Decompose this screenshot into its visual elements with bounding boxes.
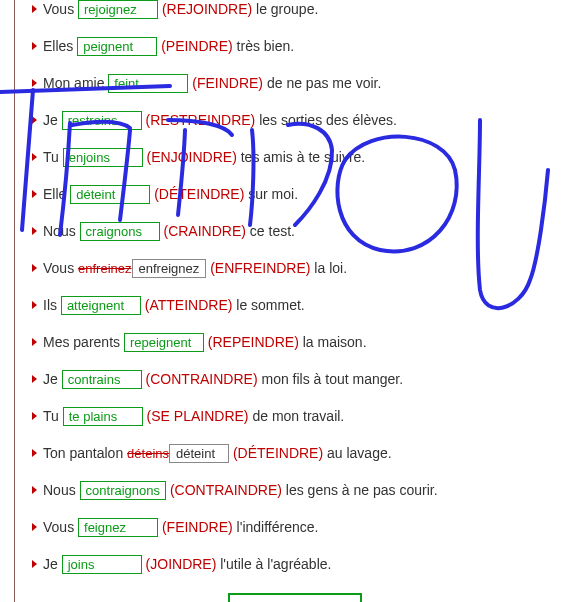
answer-box: feignez [78, 518, 158, 537]
caret-icon [32, 42, 37, 50]
sentence-pre: Tu [43, 408, 63, 424]
wrong-answer: enfreinez [78, 261, 131, 276]
exercise-row: Tu enjoins (ENJOINDRE) tes amis à te sui… [20, 139, 570, 176]
correction-box: déteint [169, 444, 229, 463]
infinitive-verb: (ATTEINDRE) [145, 297, 233, 313]
sentence-pre: Je [43, 112, 62, 128]
sentence-post: le sommet. [232, 297, 304, 313]
exercise-row: Mon amie feint (FEINDRE) de ne pas me vo… [20, 65, 570, 102]
sentence-post: tes amis à te suivre. [237, 149, 365, 165]
exercise-row: Elles peignent (PEINDRE) très bien. [20, 28, 570, 65]
exercise-row: Ton pantalon déteinsdéteint (DÉTEINDRE) … [20, 435, 570, 472]
caret-icon [32, 412, 37, 420]
exercise-row: Nous contraignons (CONTRAINDRE) les gens… [20, 472, 570, 509]
sentence-post: sur moi. [244, 186, 298, 202]
answer-box: joins [62, 555, 142, 574]
correction-box: enfreignez [132, 259, 207, 278]
caret-icon [32, 5, 37, 13]
caret-icon [32, 523, 37, 531]
caret-icon [32, 264, 37, 272]
sentence-pre: Elles [43, 38, 77, 54]
exercise-row: Vous rejoignez (REJOINDRE) le groupe. [20, 0, 570, 28]
exercise-row: Je restreins (RESTREINDRE) les sorties d… [20, 102, 570, 139]
answer-box: peignent [77, 37, 157, 56]
caret-icon [32, 153, 37, 161]
score-badge: Score : 18 / 20 [228, 593, 362, 602]
answer-box: contrains [62, 370, 142, 389]
sentence-pre: Mes parents [43, 334, 124, 350]
answer-box: te plains [63, 407, 143, 426]
answer-box: atteignent [61, 296, 141, 315]
sentence-pre: Nous [43, 482, 80, 498]
infinitive-verb: (DÉTEINDRE) [154, 186, 244, 202]
exercise-row: Vous enfreinezenfreignez (ENFREINDRE) la… [20, 250, 570, 287]
sentence-pre: Vous [43, 260, 78, 276]
sentence-pre: Vous [43, 519, 78, 535]
sentence-post: la loi. [310, 260, 347, 276]
answer-box: déteint [70, 185, 150, 204]
infinitive-verb: (DÉTEINDRE) [233, 445, 323, 461]
caret-icon [32, 375, 37, 383]
sentence-post: le groupe. [252, 1, 318, 17]
answer-box: rejoignez [78, 0, 158, 19]
answer-box: contraignons [80, 481, 166, 500]
exercise-row: Je contrains (CONTRAINDRE) mon fils à to… [20, 361, 570, 398]
infinitive-verb: (REJOINDRE) [162, 1, 252, 17]
sentence-pre: Elle [43, 186, 70, 202]
sentence-post: très bien. [233, 38, 294, 54]
sentence-post: de ne pas me voir. [263, 75, 381, 91]
infinitive-verb: (PEINDRE) [161, 38, 233, 54]
score-container: Score : 18 / 20 [20, 583, 570, 602]
infinitive-verb: (REPEINDRE) [208, 334, 299, 350]
infinitive-verb: (ENJOINDRE) [147, 149, 237, 165]
sentence-pre: Ton pantalon [43, 445, 127, 461]
infinitive-verb: (CONTRAINDRE) [146, 371, 258, 387]
infinitive-verb: (ENFREINDRE) [210, 260, 310, 276]
sentence-pre: Tu [43, 149, 63, 165]
caret-icon [32, 227, 37, 235]
exercise-row: Mes parents repeignent (REPEINDRE) la ma… [20, 324, 570, 361]
infinitive-verb: (CRAINDRE) [163, 223, 245, 239]
sentence-post: les gens à ne pas courir. [282, 482, 438, 498]
wrong-answer: déteins [127, 446, 169, 461]
exercise-row: Elle déteint (DÉTEINDRE) sur moi. [20, 176, 570, 213]
sentence-pre: Mon amie [43, 75, 108, 91]
sentence-post: de mon travail. [249, 408, 345, 424]
sentence-pre: Je [43, 371, 62, 387]
sentence-post: la maison. [299, 334, 367, 350]
answer-box: craignons [80, 222, 160, 241]
exercise-row: Tu te plains (SE PLAINDRE) de mon travai… [20, 398, 570, 435]
caret-icon [32, 338, 37, 346]
exercise-row: Vous feignez (FEINDRE) l'indifférence. [20, 509, 570, 546]
answer-box: feint [108, 74, 188, 93]
infinitive-verb: (FEINDRE) [192, 75, 263, 91]
exercise-row: Ils atteignent (ATTEINDRE) le sommet. [20, 287, 570, 324]
answer-box: repeignent [124, 333, 204, 352]
sentence-post: l'indifférence. [233, 519, 319, 535]
exercise-row: Nous craignons (CRAINDRE) ce test. [20, 213, 570, 250]
caret-icon [32, 301, 37, 309]
sentence-pre: Je [43, 556, 62, 572]
sentence-pre: Ils [43, 297, 61, 313]
sentence-post: mon fils à tout manger. [258, 371, 404, 387]
caret-icon [32, 486, 37, 494]
caret-icon [32, 79, 37, 87]
infinitive-verb: (SE PLAINDRE) [147, 408, 249, 424]
sentence-post: les sorties des élèves. [255, 112, 397, 128]
caret-icon [32, 116, 37, 124]
exercise-row: Je joins (JOINDRE) l'utile à l'agréable. [20, 546, 570, 583]
answer-box: restreins [62, 111, 142, 130]
infinitive-verb: (CONTRAINDRE) [170, 482, 282, 498]
infinitive-verb: (JOINDRE) [146, 556, 217, 572]
exercise-container: Vous rejoignez (REJOINDRE) le groupe.Ell… [14, 0, 570, 602]
caret-icon [32, 190, 37, 198]
sentence-post: l'utile à l'agréable. [216, 556, 331, 572]
caret-icon [32, 560, 37, 568]
sentence-pre: Vous [43, 1, 78, 17]
answer-box: enjoins [63, 148, 143, 167]
caret-icon [32, 449, 37, 457]
infinitive-verb: (RESTREINDRE) [146, 112, 256, 128]
infinitive-verb: (FEINDRE) [162, 519, 233, 535]
sentence-post: au lavage. [323, 445, 392, 461]
sentence-post: ce test. [246, 223, 295, 239]
